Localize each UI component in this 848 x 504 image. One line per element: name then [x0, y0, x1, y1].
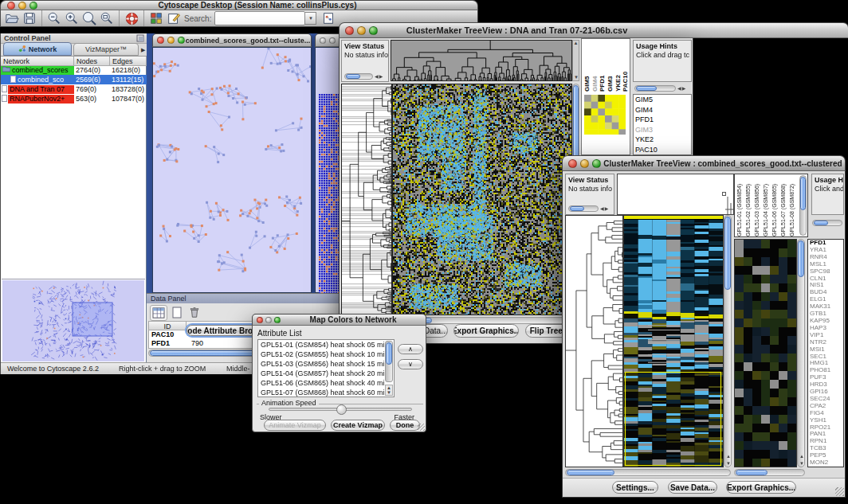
- network-view-titlebar[interactable]: combined_scores_good.txt--cluste...: [152, 33, 312, 47]
- tv1-column-dendrogram-canvas[interactable]: [391, 40, 572, 81]
- zoom-in-icon[interactable]: [63, 10, 80, 27]
- map-dialog-titlebar[interactable]: Map Colors to Network: [252, 314, 426, 326]
- tv2-column-label[interactable]: GPL51-03 (GSM856): [754, 175, 763, 236]
- zoom-button[interactable]: [29, 2, 37, 10]
- tv1-column-label[interactable]: GIM3: [607, 40, 614, 92]
- tv2-column-label[interactable]: GPL51-01 (GSM854): [736, 175, 745, 236]
- scroll-down-icon[interactable]: ▼: [726, 461, 731, 466]
- create-vizmap-button[interactable]: Create Vizmap: [331, 420, 385, 431]
- tv2-column-label[interactable]: GPL51-02 (GSM855): [745, 175, 754, 236]
- tv2-settings-button[interactable]: Settings...: [612, 481, 658, 494]
- done-button[interactable]: Done: [390, 420, 420, 431]
- tab-network[interactable]: Network: [3, 42, 72, 56]
- animation-slider-track[interactable]: [269, 408, 412, 411]
- tv2-vscrollbar[interactable]: ▲ ▼: [724, 215, 732, 467]
- network-row[interactable]: combined_scores 2764(0) 16218(0): [1, 65, 147, 75]
- minimize-button[interactable]: [580, 159, 589, 168]
- scroll-down-icon[interactable]: ▼: [574, 75, 579, 80]
- resize-grip[interactable]: [418, 424, 425, 431]
- tv2-top-panel-canvas[interactable]: [617, 174, 734, 215]
- tv2-labels-scrollbar[interactable]: [799, 175, 807, 236]
- trash-icon[interactable]: [186, 305, 202, 319]
- tv2-column-label[interactable]: GPL51-08 (GSM872): [789, 175, 798, 236]
- tab-overflow-button[interactable]: ▶: [141, 47, 145, 56]
- scroll-left-icon[interactable]: ◀: [600, 206, 604, 211]
- tv2-column-label[interactable]: GPL51-07 (GSM868): [780, 175, 789, 236]
- help-lifering-icon[interactable]: [123, 10, 140, 27]
- tv2-export-graphics-button[interactable]: Export Graphics...: [726, 481, 796, 494]
- col-header-nodes[interactable]: Nodes: [74, 57, 110, 66]
- close-button[interactable]: [157, 37, 164, 44]
- tv2-save-data-button[interactable]: Save Data...: [668, 481, 717, 494]
- tv2-row-dendrogram-canvas[interactable]: [565, 215, 623, 467]
- new-document-icon[interactable]: [169, 305, 185, 319]
- search-dropdown-button[interactable]: ▼: [305, 12, 316, 25]
- attribute-item[interactable]: GPL51-02 (GSM855) heat shock 10 min: [258, 350, 384, 359]
- zoom-selected-icon[interactable]: [80, 10, 98, 27]
- scroll-right-icon[interactable]: ▶: [605, 206, 609, 211]
- zoom-out-icon[interactable]: [45, 10, 63, 27]
- network-row-selected[interactable]: combined_sco 2569(6) 13112(15): [1, 75, 147, 84]
- scroll-down-icon[interactable]: ▼: [799, 461, 804, 466]
- zoom-button[interactable]: [178, 37, 185, 44]
- tv2-status-scrollbar[interactable]: [568, 205, 599, 212]
- col-header-network[interactable]: Network: [1, 57, 74, 66]
- minimize-button[interactable]: [329, 37, 336, 44]
- close-button[interactable]: [320, 37, 326, 44]
- tv2-zoom-hscrollbar[interactable]: [734, 469, 805, 476]
- attribute-scrollbar[interactable]: [385, 341, 393, 382]
- attribute-item[interactable]: GPL51-03 (GSM856) heat shock 15 min: [258, 359, 384, 369]
- network-row[interactable]: DNA and Tran 07 769(0) 183728(0): [1, 84, 147, 94]
- close-button[interactable]: [7, 2, 15, 10]
- col-header-id[interactable]: ID: [149, 322, 186, 330]
- minimize-button[interactable]: [167, 37, 175, 44]
- scroll-right-icon[interactable]: ▶: [682, 86, 686, 91]
- scroll-up-icon[interactable]: ▲: [726, 454, 731, 459]
- search-input[interactable]: [214, 11, 305, 25]
- tv2-heatmap-canvas[interactable]: [623, 215, 724, 467]
- scroll-left-icon[interactable]: ◀: [677, 86, 681, 91]
- tv1-row-label[interactable]: PAC10: [634, 145, 691, 155]
- network-row[interactable]: RNAPuberNov2+ 563(0) 107847(0): [1, 94, 147, 104]
- tv1-status-scrollbar[interactable]: [344, 73, 373, 80]
- treeview2-titlebar[interactable]: ClusterMaker TreeView : combined_scores_…: [562, 155, 846, 171]
- scroll-up-icon[interactable]: ▲: [799, 454, 804, 459]
- tab-vizmapper[interactable]: VizMapper™: [73, 43, 139, 56]
- network-report-icon[interactable]: [320, 10, 337, 27]
- zoom-button[interactable]: [274, 317, 281, 323]
- zoom-fit-icon[interactable]: [98, 10, 116, 27]
- close-button[interactable]: [568, 159, 577, 168]
- tv1-column-label[interactable]: PFD1: [599, 40, 607, 92]
- tv1-export-graphics-button[interactable]: Export Graphics...: [453, 324, 519, 338]
- animation-slider-thumb[interactable]: [336, 404, 347, 415]
- attribute-scroll-arrows[interactable]: ▲ ▼: [385, 385, 393, 396]
- attribute-item[interactable]: GPL51-01 (GSM854) heat shock 05 min: [258, 340, 384, 350]
- tv2-column-label[interactable]: GPL51-06 (GSM865): [771, 175, 780, 236]
- open-file-icon[interactable]: [3, 10, 21, 27]
- tv1-dendro-scroll-strip[interactable]: ▲ ▼: [572, 40, 579, 81]
- tv1-column-label[interactable]: GIM5: [583, 40, 591, 92]
- vizmap-grid-icon[interactable]: [147, 10, 165, 27]
- treeview1-titlebar[interactable]: ClusterMaker TreeView : DNA and Tran 07-…: [339, 22, 848, 38]
- tv2-zoom-heatmap-canvas[interactable]: [734, 239, 797, 467]
- minimize-button[interactable]: [18, 2, 26, 10]
- tv2-gene-scrollbar[interactable]: ▲ ▼: [797, 239, 805, 467]
- scroll-up-icon[interactable]: ▲: [573, 41, 579, 45]
- tv1-column-label[interactable]: GIM4: [591, 40, 599, 92]
- tv2-hints-scrollbar[interactable]: [812, 220, 842, 226]
- tv2-column-label[interactable]: GPL51-04 (GSM857): [763, 175, 771, 236]
- resize-grip[interactable]: [835, 487, 844, 496]
- tv2-hscrollbar[interactable]: [565, 469, 731, 476]
- tv1-row-label[interactable]: GIM5: [634, 95, 691, 105]
- save-session-icon[interactable]: [21, 10, 38, 27]
- tv1-hints-scrollbar[interactable]: [634, 85, 676, 92]
- animate-vizmap-button[interactable]: Animate Vizmap: [264, 420, 326, 431]
- tv1-column-label[interactable]: PAC10: [622, 40, 630, 92]
- move-up-button[interactable]: ∧: [398, 344, 423, 354]
- close-button[interactable]: [257, 317, 263, 323]
- attribute-item[interactable]: GPL51-06 (GSM865) heat shock 40 min: [258, 378, 384, 388]
- tv1-mini-heatmap-canvas[interactable]: [584, 95, 626, 135]
- scroll-right-icon[interactable]: ▶: [379, 74, 383, 79]
- tv1-row-label[interactable]: PFD1: [634, 115, 691, 125]
- attribute-item[interactable]: GPL51-04 (GSM857) heat shock 20 min: [258, 369, 384, 378]
